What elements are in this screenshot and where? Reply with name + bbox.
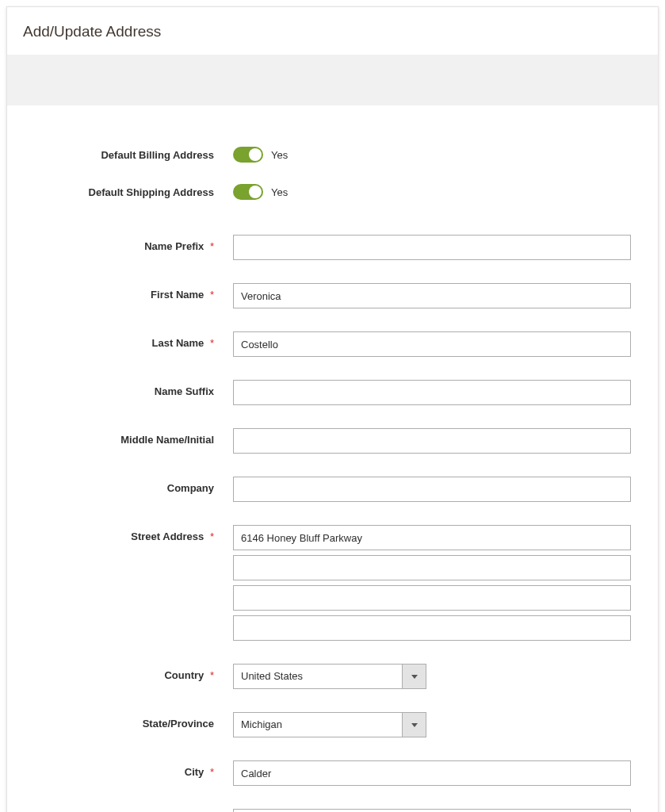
chevron-down-icon (411, 723, 418, 727)
toolbar-placeholder (7, 55, 658, 105)
zip-input[interactable] (233, 809, 631, 812)
city-row: City * (31, 760, 634, 786)
last-name-input[interactable] (233, 331, 631, 357)
country-select[interactable]: United States (233, 664, 426, 689)
street-line-2-input[interactable] (233, 555, 631, 580)
default-billing-state: Yes (271, 149, 288, 161)
country-row: Country * United States (31, 664, 634, 689)
name-suffix-label: Name Suffix (31, 380, 233, 397)
address-form: Default Billing Address Yes Default Ship… (7, 105, 658, 812)
address-panel: Add/Update Address Default Billing Addre… (6, 6, 659, 812)
toggle-knob (249, 186, 262, 198)
name-prefix-label: Name Prefix * (31, 235, 233, 252)
state-select-trigger[interactable] (402, 713, 426, 737)
name-suffix-row: Name Suffix (31, 380, 634, 405)
page-title: Add/Update Address (7, 7, 658, 55)
state-select-value: Michigan (234, 713, 402, 737)
name-prefix-row: Name Prefix * (31, 235, 634, 260)
name-suffix-input[interactable] (233, 380, 631, 405)
default-shipping-label: Default Shipping Address (31, 186, 233, 198)
middle-name-input[interactable] (233, 428, 631, 454)
city-input[interactable] (233, 760, 631, 786)
middle-name-label: Middle Name/Initial (31, 428, 233, 446)
last-name-label: Last Name * (31, 331, 233, 349)
state-label: State/Province (31, 712, 233, 730)
default-shipping-toggle[interactable] (233, 184, 263, 200)
default-billing-row: Default Billing Address Yes (31, 147, 634, 163)
country-select-trigger[interactable] (402, 665, 426, 688)
middle-name-row: Middle Name/Initial (31, 428, 634, 454)
default-billing-label: Default Billing Address (31, 149, 233, 161)
street-address-row: Street Address * (31, 525, 634, 641)
street-line-1-input[interactable] (233, 525, 631, 550)
default-shipping-state: Yes (271, 186, 288, 198)
city-label: City * (31, 760, 233, 778)
company-row: Company (31, 477, 634, 502)
country-select-value: United States (234, 665, 402, 688)
name-prefix-input[interactable] (233, 235, 631, 260)
street-address-label: Street Address * (31, 525, 233, 542)
company-input[interactable] (233, 477, 631, 502)
first-name-input[interactable] (233, 283, 631, 308)
zip-row: Zip/Postal Code (31, 809, 634, 812)
state-row: State/Province Michigan (31, 712, 634, 737)
country-label: Country * (31, 664, 233, 681)
toggle-knob (249, 148, 262, 161)
first-name-label: First Name * (31, 283, 233, 301)
default-billing-toggle[interactable] (233, 147, 263, 163)
chevron-down-icon (411, 675, 418, 679)
zip-label: Zip/Postal Code (31, 809, 233, 812)
last-name-row: Last Name * (31, 331, 634, 357)
street-line-3-input[interactable] (233, 585, 631, 611)
company-label: Company (31, 477, 233, 494)
street-line-4-input[interactable] (233, 615, 631, 641)
state-select[interactable]: Michigan (233, 712, 426, 737)
first-name-row: First Name * (31, 283, 634, 308)
default-shipping-row: Default Shipping Address Yes (31, 184, 634, 200)
